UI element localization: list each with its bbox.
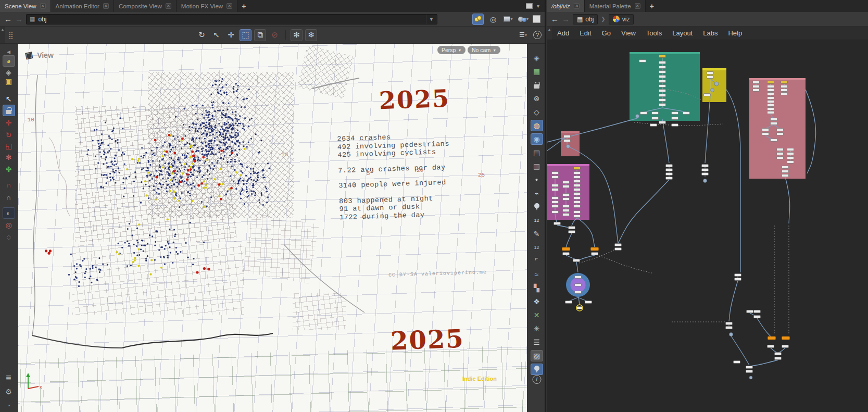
network-node[interactable] [564, 140, 571, 142]
scene-viewport[interactable]: ▣ View Persp▼ No cam▼ 2025 2634 crashes4… [18, 44, 527, 412]
help-icon[interactable]: ? [533, 31, 542, 39]
partial-icon-icon[interactable]: ◔ [3, 400, 15, 411]
handles-tool-icon[interactable]: ✛ [225, 29, 237, 41]
network-node[interactable] [659, 66, 666, 69]
net-forward-icon[interactable]: → [562, 15, 570, 23]
point-display-icon[interactable]: • [531, 174, 543, 185]
no-selection-icon[interactable]: ⊗ [531, 93, 543, 104]
network-node[interactable] [782, 174, 789, 177]
network-canvas[interactable] [547, 40, 868, 412]
network-node[interactable] [771, 139, 777, 142]
network-node[interactable] [666, 165, 673, 167]
network-node[interactable] [592, 253, 598, 255]
network-node[interactable] [569, 231, 575, 233]
path-input[interactable]: ▦ obj ▼ [26, 14, 437, 24]
network-node[interactable] [781, 93, 788, 95]
network-node[interactable] [683, 112, 690, 115]
select-cursor-icon[interactable]: ↖ [210, 29, 222, 41]
network-node[interactable] [563, 194, 570, 196]
network-node[interactable] [746, 370, 753, 373]
reference-grid-icon[interactable]: ▦ [531, 66, 543, 77]
rotate-tool-icon[interactable]: ↻ [3, 129, 15, 141]
info-icon[interactable]: i [532, 375, 541, 384]
network-node[interactable] [702, 173, 709, 176]
network-node[interactable] [575, 291, 582, 294]
dot-node[interactable] [714, 82, 719, 86]
network-node[interactable] [659, 104, 666, 106]
dot-node[interactable] [567, 145, 570, 148]
network-node[interactable] [775, 357, 782, 360]
network-node[interactable] [563, 214, 570, 216]
snap-magnet-icon[interactable]: ∩ [3, 179, 15, 191]
menu-go[interactable]: Go [597, 29, 616, 37]
rose-small-group[interactable] [561, 131, 580, 156]
pane-menu-caret-icon[interactable]: ▼ [536, 4, 540, 9]
tab-close-icon[interactable]: ✕ [103, 3, 109, 9]
network-node[interactable] [762, 133, 769, 135]
network-node[interactable] [554, 222, 561, 225]
network-node[interactable] [666, 177, 673, 180]
snowflake-ops-icon[interactable]: ❄ [305, 29, 317, 41]
network-node[interactable] [573, 259, 580, 262]
menu-layout[interactable]: Layout [667, 29, 698, 37]
network-node[interactable] [574, 184, 581, 187]
network-node[interactable] [552, 176, 559, 179]
zoom-select-icon[interactable]: ⧉ [254, 29, 266, 41]
link-group-button[interactable]: ☰▾ [517, 29, 529, 41]
flagged-node[interactable] [782, 336, 790, 340]
menu-add[interactable]: Add [552, 29, 574, 37]
flagged-node[interactable] [768, 336, 776, 340]
background-image-icon[interactable]: ▨ [531, 350, 543, 361]
network-node[interactable] [762, 129, 769, 131]
view-pin-icon[interactable] [531, 364, 543, 375]
flagged-node[interactable] [591, 247, 599, 251]
network-node[interactable] [659, 99, 666, 102]
toolbar-gutter[interactable]: ▲ [0, 27, 5, 43]
network-node[interactable] [574, 211, 581, 214]
gear-settings-icon[interactable]: ⚙ [3, 386, 15, 397]
network-node[interactable] [787, 153, 794, 155]
network-node[interactable] [735, 274, 741, 277]
tab-close-icon[interactable]: ✕ [227, 3, 232, 9]
viewport-lock-icon[interactable] [531, 79, 543, 91]
network-node[interactable] [726, 327, 733, 329]
network-node[interactable] [563, 185, 570, 188]
hilite-objects-button[interactable] [472, 14, 484, 25]
network-node[interactable] [563, 253, 570, 255]
network-node[interactable] [672, 112, 678, 115]
network-node[interactable] [768, 93, 774, 95]
network-node[interactable] [615, 244, 622, 246]
color-swatch[interactable] [533, 15, 540, 23]
network-node[interactable] [569, 227, 575, 229]
select-arrow-tool-icon[interactable]: ↖ [3, 93, 15, 105]
network-node[interactable] [615, 248, 622, 251]
network-node[interactable] [746, 366, 753, 369]
network-node[interactable] [652, 117, 659, 120]
network-node[interactable] [782, 166, 789, 169]
network-node[interactable] [576, 307, 583, 309]
secure-selection-lock-icon[interactable] [3, 105, 15, 116]
shaded-display-icon[interactable]: ◕ [3, 55, 15, 67]
yellow-group[interactable] [702, 68, 726, 102]
new-tab-button[interactable]: + [237, 0, 250, 12]
display-spheres-button[interactable]: ▾ [518, 14, 529, 25]
network-node[interactable] [659, 71, 666, 73]
tumble-view-icon[interactable]: ↻ [196, 29, 208, 41]
tab-animation-editor[interactable]: Animation Editor✕ [51, 0, 114, 12]
head-node[interactable] [781, 81, 788, 84]
network-node[interactable] [574, 180, 581, 183]
material-globe-icon[interactable]: ◉ [531, 133, 543, 145]
network-node[interactable] [563, 198, 570, 201]
network-node[interactable] [777, 133, 784, 135]
network-node[interactable] [659, 94, 666, 97]
network-node[interactable] [563, 181, 570, 184]
network-node[interactable] [640, 112, 647, 115]
menu-tools[interactable]: Tools [641, 29, 667, 37]
network-node[interactable] [768, 111, 774, 114]
network-node[interactable] [702, 169, 709, 171]
network-node[interactable] [565, 301, 572, 304]
tab-close-icon[interactable]: ✕ [574, 3, 580, 9]
network-node[interactable] [552, 197, 559, 199]
network-node[interactable] [659, 85, 666, 88]
network-node[interactable] [666, 169, 673, 171]
